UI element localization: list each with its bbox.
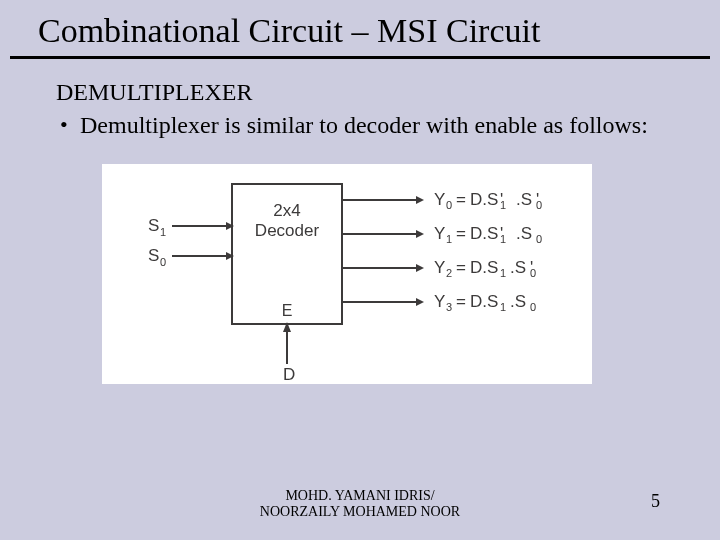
- output-2: Y2=D.S1.S0': [342, 258, 536, 279]
- bullet-item: • Demultiplexer is similar to decoder wi…: [56, 110, 700, 141]
- svg-marker-44: [416, 298, 424, 306]
- select-input-s0: S 0: [148, 246, 234, 268]
- svg-text:1: 1: [160, 226, 166, 238]
- svg-marker-34: [416, 264, 424, 272]
- svg-text:2: 2: [446, 267, 452, 279]
- svg-text:1: 1: [500, 301, 506, 313]
- footer-line-2: NOORZAILY MOHAMED NOOR: [0, 504, 720, 520]
- svg-text:': ': [500, 224, 503, 243]
- slide-body: DEMULTIPLEXER • Demultiplexer is similar…: [0, 59, 720, 384]
- svg-text:3: 3: [446, 301, 452, 313]
- svg-text:=: =: [456, 224, 466, 243]
- svg-text:.S: .S: [510, 292, 526, 311]
- svg-text:D.S: D.S: [470, 258, 498, 277]
- svg-text:': ': [500, 190, 503, 209]
- svg-text:Y: Y: [434, 224, 445, 243]
- svg-text:S: S: [148, 216, 159, 235]
- svg-text:Y: Y: [434, 292, 445, 311]
- svg-text:0: 0: [536, 233, 542, 245]
- svg-text:.S: .S: [516, 224, 532, 243]
- svg-marker-24: [416, 230, 424, 238]
- svg-text:': ': [536, 190, 539, 209]
- svg-text:=: =: [456, 258, 466, 277]
- svg-text:S: S: [148, 246, 159, 265]
- block-label-2: Decoder: [255, 221, 320, 240]
- enable-label: E: [282, 302, 293, 319]
- footer-credit: MOHD. YAMANI IDRIS/ NOORZAILY MOHAMED NO…: [0, 488, 720, 520]
- svg-text:Y: Y: [434, 190, 445, 209]
- data-input: D: [283, 322, 295, 384]
- svg-text:': ': [530, 258, 533, 277]
- svg-text:=: =: [456, 292, 466, 311]
- svg-text:0: 0: [530, 301, 536, 313]
- svg-text:.S: .S: [510, 258, 526, 277]
- subheading: DEMULTIPLEXER: [56, 77, 700, 108]
- svg-text:D: D: [283, 365, 295, 384]
- bullet-text: Demultiplexer is similar to decoder with…: [80, 110, 700, 141]
- page-number: 5: [651, 491, 660, 512]
- svg-text:1: 1: [446, 233, 452, 245]
- svg-text:=: =: [456, 190, 466, 209]
- svg-text:Y: Y: [434, 258, 445, 277]
- bullet-marker: •: [60, 110, 80, 140]
- svg-text:D.S: D.S: [470, 224, 498, 243]
- decoder-svg: 2x4 Decoder E S 1 S 0: [102, 164, 592, 384]
- svg-text:.S: .S: [516, 190, 532, 209]
- svg-text:D.S: D.S: [470, 292, 498, 311]
- svg-text:1: 1: [500, 267, 506, 279]
- select-input-s1: S 1: [148, 216, 234, 238]
- decoder-diagram: 2x4 Decoder E S 1 S 0: [102, 164, 592, 384]
- svg-text:0: 0: [446, 199, 452, 211]
- output-0: Y0=D.S1'.S0': [342, 190, 542, 211]
- output-3: Y3=D.S1.S0: [342, 292, 536, 313]
- svg-text:0: 0: [160, 256, 166, 268]
- slide: Combinational Circuit – MSI Circuit DEMU…: [0, 0, 720, 540]
- slide-title: Combinational Circuit – MSI Circuit: [10, 0, 710, 59]
- footer-line-1: MOHD. YAMANI IDRIS/: [0, 488, 720, 504]
- output-1: Y1=D.S1'.S0: [342, 224, 542, 245]
- svg-marker-13: [416, 196, 424, 204]
- svg-text:D.S: D.S: [470, 190, 498, 209]
- block-label-1: 2x4: [273, 201, 300, 220]
